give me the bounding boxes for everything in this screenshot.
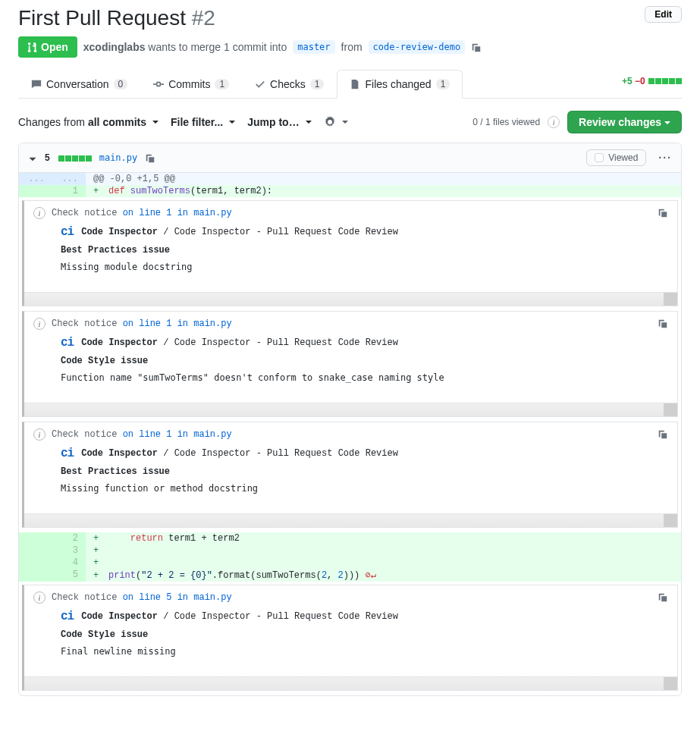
viewed-checkbox[interactable] <box>595 153 604 162</box>
info-icon: i <box>33 428 46 441</box>
additions: +5 <box>622 76 633 86</box>
comment-icon <box>31 79 42 89</box>
jump-to-label: Jump to… <box>247 116 299 128</box>
diffstat-summary: +5 −0 <box>622 76 682 93</box>
file-filter-dropdown[interactable]: File filter... <box>171 116 235 128</box>
info-icon: i <box>33 207 46 219</box>
diff-line: 3 + <box>19 544 681 557</box>
annotation-footer <box>24 403 677 416</box>
tab-files-label: Files changed <box>365 78 431 90</box>
state-badge: Open <box>18 36 77 58</box>
hunk-text: @@ -0,0 +1,5 @@ <box>86 173 681 185</box>
state-label: Open <box>41 41 68 53</box>
check-annotation: i Check notice on line 1 in main.py ci C… <box>22 422 678 528</box>
file-name-link[interactable]: main.py <box>99 152 138 163</box>
file-diff-icon <box>350 79 360 89</box>
issue-title: Best Practices issue <box>61 466 668 477</box>
tab-files-count: 1 <box>436 79 450 89</box>
changes-from-value: all commits <box>88 116 146 128</box>
viewed-toggle[interactable]: Viewed <box>586 149 646 166</box>
annotation-head: Check notice on line 1 in main.py <box>52 318 232 329</box>
file-diffstat-blocks <box>58 152 92 164</box>
review-changes-button[interactable]: Review changes <box>567 111 682 133</box>
file-lines-changed: 5 <box>45 152 50 163</box>
svg-point-0 <box>157 82 161 86</box>
tab-checks-label: Checks <box>270 78 306 90</box>
tab-checks-count: 1 <box>310 79 325 89</box>
tab-commits-label: Commits <box>168 78 210 90</box>
jump-to-dropdown[interactable]: Jump to… <box>247 116 311 128</box>
issue-message: Function name "sumTwoTerms" doesn't conf… <box>61 372 668 383</box>
diff-line: 2 + return term1 + term2 <box>19 532 681 544</box>
viewed-count: 0 / 1 files viewed <box>472 117 540 127</box>
tab-commits-count: 1 <box>215 79 229 89</box>
check-icon <box>255 79 265 89</box>
annotation-footer <box>24 513 677 527</box>
issue-title: Code Style issue <box>61 356 668 366</box>
diff-line: 5 +print("2 + 2 = {0}".format(sumTwoTerm… <box>19 569 681 582</box>
annotation-menu-icon[interactable] <box>658 429 668 440</box>
file-menu-icon[interactable]: ··· <box>658 152 672 164</box>
diffstat-blocks <box>648 76 682 86</box>
changes-from-dropdown[interactable]: Changes from all commits <box>18 116 159 128</box>
check-annotation: i Check notice on line 1 in main.py ci C… <box>22 311 678 417</box>
annotation-footer <box>24 676 677 690</box>
file-filter-label: File filter... <box>171 116 223 128</box>
deletions: −0 <box>635 76 645 86</box>
issue-title: Best Practices issue <box>61 245 668 256</box>
diff-line: 4 + <box>19 557 681 569</box>
code-inspector-logo: ci <box>61 225 74 239</box>
pr-number: #2 <box>192 6 215 30</box>
commit-icon <box>153 79 164 89</box>
merge-text: wants to merge 1 commit into <box>148 41 287 53</box>
info-icon: i <box>33 318 46 330</box>
head-branch[interactable]: code-review-demo <box>369 40 466 54</box>
pr-title: First Pull Request #2 <box>18 6 215 30</box>
annotation-menu-icon[interactable] <box>658 208 668 218</box>
no-newline-icon: ⊘↵ <box>366 570 376 581</box>
annotation-menu-icon[interactable] <box>658 318 668 329</box>
copy-path-icon[interactable] <box>145 152 155 164</box>
diff-line: 1 +def sumTwoTerms(term1, term2): <box>19 185 681 197</box>
annotation-head: Check notice on line 1 in main.py <box>52 208 232 218</box>
meta-text: xcodinglabs wants to merge 1 commit into <box>83 41 287 53</box>
pr-icon <box>27 42 38 52</box>
check-annotation: i Check notice on line 5 in main.py ci C… <box>22 585 678 691</box>
issue-title: Code Style issue <box>61 629 668 640</box>
tab-checks[interactable]: Checks 1 <box>242 70 337 98</box>
tab-conversation-label: Conversation <box>46 78 109 90</box>
code-inspector-logo: ci <box>61 336 74 350</box>
tab-conversation-count: 0 <box>114 79 128 89</box>
file-box: 5 main.py Viewed ··· ...... @@ -0,0 +1,5… <box>18 143 682 696</box>
issue-message: Missing function or method docstring <box>61 483 668 494</box>
info-icon: i <box>33 591 46 604</box>
tab-commits[interactable]: Commits 1 <box>140 70 242 98</box>
code-inspector-logo: ci <box>61 447 74 460</box>
author-link[interactable]: xcodinglabs <box>83 41 146 53</box>
collapse-toggle-icon[interactable] <box>28 152 37 164</box>
pr-title-text: First Pull Request <box>18 6 186 30</box>
diff-table: ...... @@ -0,0 +1,5 @@ 1 +def sumTwoTerm… <box>19 173 681 695</box>
gear-icon <box>324 116 336 128</box>
viewed-info-icon[interactable]: i <box>548 116 560 128</box>
viewed-label: Viewed <box>608 152 638 163</box>
tab-files-changed[interactable]: Files changed 1 <box>337 70 463 99</box>
copy-branch-icon[interactable] <box>471 41 482 53</box>
annotation-footer <box>24 292 677 306</box>
edit-button[interactable]: Edit <box>645 6 682 23</box>
from-text: from <box>341 41 363 53</box>
issue-message: Missing module docstring <box>61 262 668 272</box>
hunk-header: ...... @@ -0,0 +1,5 @@ <box>19 173 681 185</box>
base-branch[interactable]: master <box>293 40 334 54</box>
tab-conversation[interactable]: Conversation 0 <box>18 70 140 98</box>
changes-from-label: Changes from <box>18 116 85 128</box>
annotation-head: Check notice on line 5 in main.py <box>52 592 232 603</box>
issue-message: Final newline missing <box>61 646 668 657</box>
annotation-head: Check notice on line 1 in main.py <box>52 429 232 440</box>
diff-settings-dropdown[interactable] <box>324 116 348 128</box>
check-annotation: i Check notice on line 1 in main.py ci C… <box>22 200 678 306</box>
code-inspector-logo: ci <box>61 610 74 623</box>
annotation-menu-icon[interactable] <box>658 592 668 603</box>
